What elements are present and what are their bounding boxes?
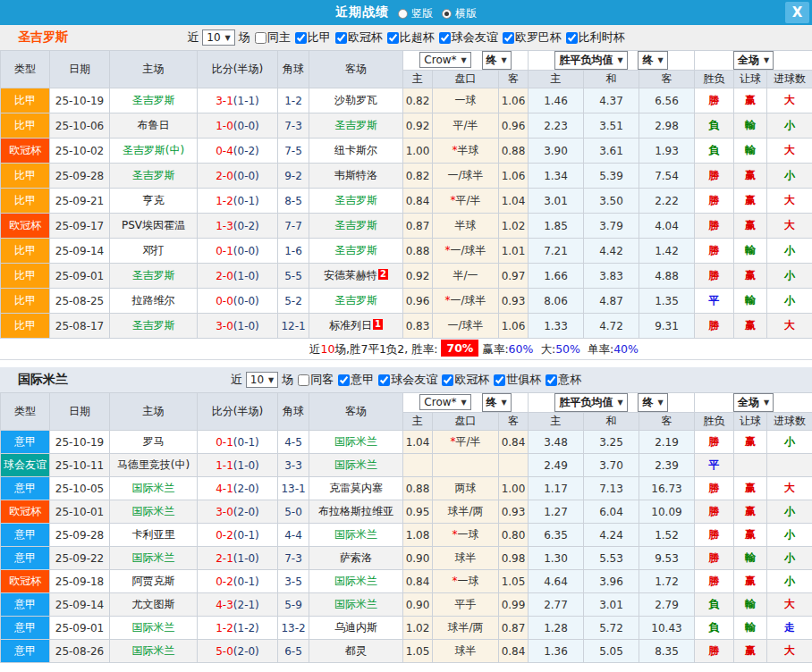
bookmaker-select[interactable]: Crow*▼ bbox=[419, 52, 470, 68]
type-badge-cell: 欧冠杯 bbox=[1, 139, 50, 164]
away-team-cell: 国际米兰 bbox=[309, 570, 403, 593]
type-badge-cell: 意甲 bbox=[1, 431, 50, 454]
goals-result-cell: 大 bbox=[767, 214, 812, 239]
handicap-result-cell: 赢 bbox=[734, 640, 767, 663]
home-team-cell: 国际米兰 bbox=[110, 547, 198, 570]
recent-count-select[interactable]: 10▼ bbox=[202, 29, 234, 46]
avg-draw-odds-cell: 4.24 bbox=[584, 524, 639, 547]
wdl-result-cell: 平 bbox=[695, 454, 734, 477]
avg-draw-odds-cell: 5.39 bbox=[584, 164, 639, 189]
league-checkbox-比利时杯[interactable] bbox=[566, 32, 578, 44]
league-checkbox-意甲[interactable] bbox=[338, 374, 350, 386]
handicap-cell: 平/半 bbox=[433, 113, 499, 139]
home-team-cell: 布鲁日 bbox=[110, 113, 198, 139]
wdl-result-cell: 負 bbox=[695, 593, 734, 617]
avg-away-odds-cell: 10.43 bbox=[639, 617, 695, 640]
type-badge-cell: 意甲 bbox=[1, 640, 50, 663]
wdl-average-select[interactable]: 胜平负均值▼ bbox=[554, 393, 627, 412]
home-team-cell: 圣吉罗斯(中) bbox=[110, 139, 198, 164]
goals-result-cell: 小 bbox=[767, 500, 812, 524]
avg-draw-odds-cell: 3.50 bbox=[584, 189, 639, 214]
avg-draw-odds-cell: 4.42 bbox=[584, 239, 639, 264]
league-checkbox-球会友谊[interactable] bbox=[439, 32, 451, 44]
goals-result-cell: 大 bbox=[767, 88, 812, 113]
handicap-result-cell: 赢 bbox=[734, 164, 767, 189]
halftime-score: (0-0) bbox=[233, 295, 259, 307]
handicap-away-odds-cell: 1.06 bbox=[499, 314, 529, 339]
layout-radio-vertical[interactable] bbox=[398, 9, 408, 19]
away-team-cell: 韦斯特洛 bbox=[309, 164, 403, 189]
corners-cell: 1-6 bbox=[278, 239, 309, 264]
corners-cell: 13-1 bbox=[278, 477, 309, 500]
final-odds-select-1[interactable]: 终▼ bbox=[482, 393, 512, 412]
handicap-star: * bbox=[444, 294, 450, 307]
chevron-down-icon: ▼ bbox=[657, 56, 663, 64]
footer-stat-label: 单率: bbox=[588, 342, 613, 356]
avg-home-odds-cell: 1.33 bbox=[529, 314, 584, 339]
wdl-result-cell: 負 bbox=[695, 617, 734, 640]
league-checkbox-欧冠杯[interactable] bbox=[335, 32, 347, 44]
date-cell: 25-09-14 bbox=[50, 593, 110, 617]
chevron-down-icon: ▼ bbox=[764, 56, 769, 64]
league-checkbox-欧罗巴杯[interactable] bbox=[503, 32, 514, 44]
league-checkbox-比超杯[interactable] bbox=[387, 32, 399, 44]
goals-result-cell: 小 bbox=[767, 264, 812, 289]
date-cell: 25-10-06 bbox=[50, 113, 110, 139]
footer-count: 10 bbox=[321, 342, 335, 356]
avg-away-odds-cell: 2.79 bbox=[639, 593, 695, 617]
league-checkbox-比甲[interactable] bbox=[295, 32, 307, 44]
layout-radio-horizontal[interactable] bbox=[442, 9, 452, 19]
handicap-result-cell: 輸 bbox=[734, 289, 767, 314]
league-checkbox-欧冠杯[interactable] bbox=[442, 374, 453, 386]
avg-draw-odds-cell: 3.96 bbox=[584, 570, 639, 593]
home-team-cell: 拉路维尔 bbox=[110, 289, 198, 314]
league-checkbox-世俱杯[interactable] bbox=[494, 374, 505, 386]
close-button[interactable]: X bbox=[785, 2, 809, 23]
same-venue-checkbox[interactable] bbox=[255, 32, 266, 44]
league-checkbox-球会友谊[interactable] bbox=[378, 374, 390, 386]
home-team-cell: 国际米兰 bbox=[110, 617, 198, 640]
recent-count-select[interactable]: 10▼ bbox=[246, 372, 278, 388]
league-checkbox-意杯[interactable] bbox=[546, 374, 557, 386]
home-team-cell: 圣吉罗斯 bbox=[110, 164, 198, 189]
wdl-average-select[interactable]: 胜平负均值▼ bbox=[554, 51, 627, 70]
final-odds-select-1[interactable]: 终▼ bbox=[482, 51, 512, 70]
fulltime-score: 3-0 bbox=[216, 320, 233, 332]
date-cell: 25-08-17 bbox=[50, 314, 110, 339]
avg-home-odds-cell: 1.36 bbox=[529, 640, 584, 663]
bookmaker-select[interactable]: Crow*▼ bbox=[419, 394, 470, 410]
handicap-result-cell: 赢 bbox=[734, 189, 767, 214]
fulltime-score: 0-4 bbox=[216, 145, 233, 157]
handicap-home-odds-cell: 1.02 bbox=[403, 617, 433, 640]
final-odds-select-2[interactable]: 终▼ bbox=[638, 51, 667, 70]
wdl-result-cell: 勝 bbox=[695, 88, 734, 113]
fulltime-select[interactable]: 全场▼ bbox=[733, 51, 774, 70]
wdl-result-cell: 勝 bbox=[695, 189, 734, 214]
fulltime-score: 0-2 bbox=[216, 575, 233, 588]
score-cell: 5-0(2-0) bbox=[198, 640, 278, 663]
recent-count-value: 10 bbox=[207, 31, 220, 44]
same-venue-checkbox[interactable] bbox=[298, 374, 309, 386]
table-row: 欧冠杯25-10-02圣吉罗斯(中)0-4(0-2)7-5纽卡斯尔1.00*半球… bbox=[1, 139, 812, 164]
avg-away-odds-cell: 2.98 bbox=[639, 113, 695, 139]
handicap-home-odds-cell: 0.87 bbox=[403, 214, 433, 239]
panel-title: 近期战绩 bbox=[335, 4, 389, 21]
fulltime-select[interactable]: 全场▼ bbox=[733, 393, 774, 412]
home-team-cell: 圣吉罗斯 bbox=[110, 264, 198, 289]
handicap-cell: *一球 bbox=[433, 524, 499, 547]
type-badge-cell: 比甲 bbox=[1, 289, 50, 314]
avg-home-odds-cell: 1.66 bbox=[529, 264, 584, 289]
avg-home-odds-cell: 1.27 bbox=[529, 500, 584, 524]
league-label: 意杯 bbox=[558, 372, 581, 388]
filter-bar-section-2: 国际米兰 近10▼场同客意甲球会友谊欧冠杯世俱杯意杯 bbox=[0, 367, 812, 392]
halftime-score: (0-2) bbox=[233, 220, 259, 232]
handicap-home-odds-cell: 1.04 bbox=[403, 431, 433, 454]
final-odds-select-2[interactable]: 终▼ bbox=[638, 393, 667, 412]
home-team-cell: 卡利亚里 bbox=[110, 524, 198, 547]
fulltime-score: 3-0 bbox=[216, 506, 233, 518]
handicap-result-cell: 赢 bbox=[734, 477, 767, 500]
wdl-result-cell: 勝 bbox=[695, 547, 734, 570]
league-label: 欧罗巴杯 bbox=[515, 29, 562, 46]
sub-header-handicap: 盘口 bbox=[433, 71, 499, 88]
away-team-cell: 克雷莫内塞 bbox=[309, 477, 403, 500]
